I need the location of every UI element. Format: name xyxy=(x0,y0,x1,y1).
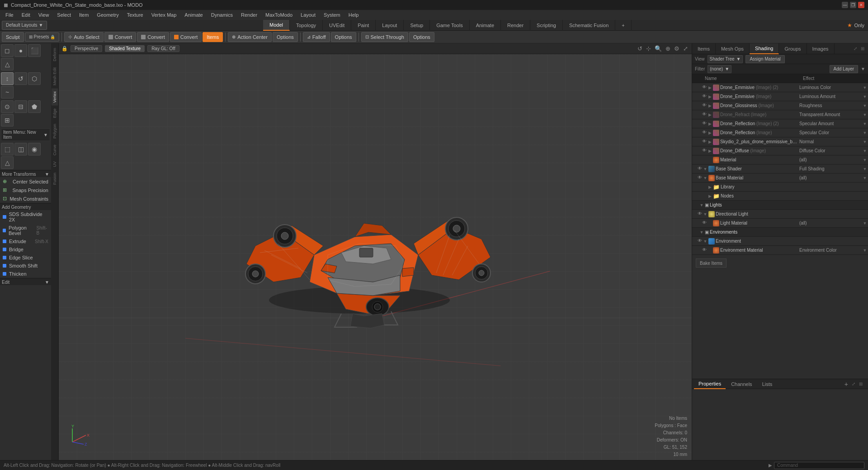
shader-row-nodes[interactable]: ▶ 📁 Nodes xyxy=(692,192,868,201)
cone-icon[interactable]: △ xyxy=(1,156,14,169)
shader-row-library[interactable]: ▶ 📁 Library xyxy=(692,183,868,192)
tab-shading[interactable]: Shading xyxy=(750,43,779,54)
select-through-button[interactable]: ⊡ Select Through xyxy=(361,32,408,42)
add-layer-button[interactable]: Add Layer xyxy=(830,65,859,73)
menu-item-item[interactable]: Item xyxy=(75,11,92,19)
tab-mesh-ops[interactable]: Mesh Ops xyxy=(716,43,750,54)
eye-icon[interactable]: 👁 xyxy=(701,130,708,136)
options3-button[interactable]: Options xyxy=(409,32,434,42)
eye-icon[interactable]: 👁 xyxy=(701,139,708,145)
paint-tool[interactable]: ● xyxy=(14,44,27,57)
tab-items[interactable]: Items xyxy=(692,43,716,54)
viewport-canvas[interactable]: X Y Z No Items Polygons : Face Channels:… xyxy=(59,54,692,460)
vtab-edge[interactable]: Edge xyxy=(52,106,58,121)
vtab-uv[interactable]: UV xyxy=(52,159,58,170)
search-icon[interactable]: 🔍 xyxy=(654,44,663,53)
falloff-button[interactable]: ⊿ Falloff xyxy=(303,32,330,42)
smooth-shift-entry[interactable]: Smooth Shift xyxy=(0,262,51,270)
bake-items-button[interactable]: Bake Items xyxy=(696,258,726,268)
menu-item-dynamics[interactable]: Dynamics xyxy=(208,11,236,19)
only-label[interactable]: Only xyxy=(852,23,866,28)
edge-slice-entry[interactable]: Edge Slice xyxy=(0,254,51,262)
tab-properties[interactable]: Properties xyxy=(694,379,726,389)
eye-icon[interactable]: 👁 xyxy=(697,211,703,217)
expand-icon[interactable]: ⤢ xyxy=(682,44,689,53)
maximize-button[interactable]: ❐ xyxy=(850,2,856,8)
eye-icon[interactable]: 👁 xyxy=(697,166,703,172)
shader-row-drone-reflection-2[interactable]: 👁 ▶ Drone_Reflection (Image) Specular Co… xyxy=(692,128,868,137)
bridge-entry[interactable]: Bridge xyxy=(0,245,51,254)
shader-row-drone-emmisive-2[interactable]: 👁 ▶ Drone_Emmisive (Image) Luminous Amou… xyxy=(692,92,868,101)
eye-icon[interactable]: 👁 xyxy=(701,121,708,127)
tab-scripting[interactable]: Scripting xyxy=(530,20,563,31)
surface-icon[interactable]: ◫ xyxy=(14,143,27,155)
options2-button[interactable]: Options xyxy=(331,32,356,42)
more-transforms-section[interactable]: More Transforms ▼ xyxy=(0,170,51,177)
settings-icon[interactable]: ⚙ xyxy=(673,44,680,53)
menu-item-animate[interactable]: Animate xyxy=(181,11,206,19)
extrude-entry[interactable]: Extrude Shift-X xyxy=(0,237,51,245)
edit-section[interactable]: Edit ▼ xyxy=(0,278,51,285)
more-icon[interactable]: ⊞ xyxy=(860,45,865,52)
vtab-vertex[interactable]: Vertex xyxy=(52,89,58,106)
convert1-button[interactable]: Convert xyxy=(104,32,137,42)
item-tool[interactable]: ⊞ xyxy=(1,114,14,127)
eye-icon[interactable]: 👁 xyxy=(697,175,703,181)
eye-icon[interactable]: 👁 xyxy=(701,148,708,154)
item-menu-arrow[interactable]: ▼ xyxy=(43,132,48,137)
add-tab-button[interactable]: + xyxy=(844,381,848,388)
snaps-precision-entry[interactable]: ⊞ Snaps Precision xyxy=(0,186,51,194)
cursor-icon[interactable]: ⊹ xyxy=(645,44,652,53)
view-select[interactable]: Shader Tree ▼ xyxy=(708,55,743,63)
menu-item-geometry[interactable]: Geometry xyxy=(93,11,122,19)
sculpt-button[interactable]: Sculpt xyxy=(2,32,24,42)
eye-icon[interactable]: 👁 xyxy=(701,112,708,118)
mesh-constraints-entry[interactable]: ⊡ Mesh Constraints xyxy=(0,194,51,203)
options1-button[interactable]: Options xyxy=(273,32,298,42)
move-tool[interactable]: ↕ xyxy=(1,72,14,85)
polygon-tool[interactable]: ⬟ xyxy=(28,100,41,113)
tab-render[interactable]: Render xyxy=(501,20,530,31)
mesh-icon[interactable]: ⬚ xyxy=(1,143,14,155)
shader-row-environment-material[interactable]: 👁 Environment Material Environment Color… xyxy=(692,246,868,255)
shader-row-skydio[interactable]: 👁 ▶ Skydio_2_plus_drone_emmissive_bump_b… xyxy=(692,137,868,146)
menu-item-select[interactable]: Select xyxy=(53,11,75,19)
vertex-tool[interactable]: ⊙ xyxy=(1,100,14,113)
auto-select-button[interactable]: ⊹ Auto Select xyxy=(64,32,103,42)
ray-gl-button[interactable]: Ray GL: Off xyxy=(147,45,179,52)
viewport-lock-icon[interactable]: 🔒 xyxy=(61,46,68,52)
tab-schematic-fusion[interactable]: Schematic Fusion xyxy=(563,20,615,31)
tab-model[interactable]: Model xyxy=(263,20,290,31)
tab-animate[interactable]: Animate xyxy=(470,20,501,31)
menu-item-help[interactable]: Help xyxy=(345,11,363,19)
box-tool[interactable]: ⬛ xyxy=(28,44,41,57)
zoom-icon[interactable]: ⊕ xyxy=(665,44,671,53)
eye-icon[interactable]: 👁 xyxy=(701,85,708,91)
tab-uvedit[interactable]: UVEdit xyxy=(323,20,351,31)
tab-topology[interactable]: Topology xyxy=(290,20,323,31)
tab-groups[interactable]: Groups xyxy=(779,43,807,54)
shader-row-drone-diffuse[interactable]: 👁 ▶ Drone_Diffuse (Image) Diffuse Color … xyxy=(692,146,868,155)
add-layer-arrow[interactable]: ▼ xyxy=(861,66,865,71)
tab-lists[interactable]: Lists xyxy=(758,379,777,389)
shader-row-base-material[interactable]: 👁 ▼ Base Material (all) ▼ xyxy=(692,174,868,183)
menu-item-file[interactable]: File xyxy=(2,11,17,19)
menu-item-layout[interactable]: Layout xyxy=(297,11,319,19)
shader-row-environment[interactable]: 👁 ▼ Environment xyxy=(692,237,868,246)
vtab-mesh-edit[interactable]: Mesh Edit xyxy=(52,65,58,88)
default-layouts-button[interactable]: Default Layouts ▼ xyxy=(2,21,47,30)
minimize-button[interactable]: — xyxy=(842,2,848,8)
filter-select[interactable]: (none) ▼ xyxy=(708,65,731,73)
perspective-button[interactable]: Perspective xyxy=(71,45,102,52)
rotate-tool[interactable]: ↺ xyxy=(14,72,27,85)
menu-item-edit[interactable]: Edit xyxy=(18,11,34,19)
shader-row-lights[interactable]: ▼ ▣ Lights xyxy=(692,201,868,210)
menu-item-texture[interactable]: Texture xyxy=(123,11,147,19)
tab-game-tools[interactable]: Game Tools xyxy=(430,20,470,31)
select-tool[interactable]: ◻ xyxy=(1,44,14,57)
tab-images[interactable]: Images xyxy=(807,43,835,54)
shader-row-directional-light[interactable]: 👁 ▼ Directional Light xyxy=(692,210,868,219)
presets-button[interactable]: ⊞ Presets 🔒 xyxy=(25,33,60,42)
triangle-tool[interactable]: △ xyxy=(1,58,14,70)
eye-icon[interactable]: 👁 xyxy=(697,238,703,244)
